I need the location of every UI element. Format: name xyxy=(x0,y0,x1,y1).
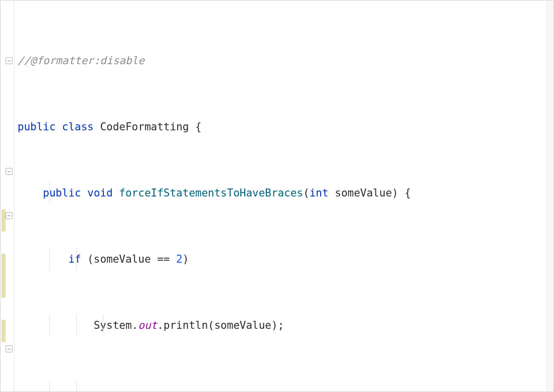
code-line[interactable]: if (someValue == 2) xyxy=(18,248,553,270)
code-text: (someValue == xyxy=(81,253,176,265)
code-content[interactable]: //@formatter:disable public class CodeFo… xyxy=(15,1,553,391)
number-literal: 2 xyxy=(176,253,183,265)
fold-icon[interactable] xyxy=(6,168,13,175)
keyword: public xyxy=(18,121,56,133)
change-marker xyxy=(2,210,6,232)
method-name: forceIfStatementsToHaveBraces xyxy=(119,187,303,199)
change-marker xyxy=(2,254,6,298)
field-ref: out xyxy=(138,319,157,331)
parameter: someValue xyxy=(335,187,392,199)
keyword: void xyxy=(87,187,113,199)
code-editor[interactable]: //@formatter:disable public class CodeFo… xyxy=(1,1,553,391)
fold-icon[interactable] xyxy=(6,212,13,219)
brace: { xyxy=(189,121,201,133)
code-line[interactable] xyxy=(18,380,553,392)
class-name: CodeFormatting xyxy=(100,121,189,133)
comment-text: //@formatter:disable xyxy=(18,55,145,67)
paren: ( xyxy=(303,187,310,199)
fold-icon[interactable] xyxy=(6,345,13,352)
fold-icon[interactable] xyxy=(6,57,13,64)
change-marker xyxy=(2,320,6,342)
keyword: class xyxy=(62,121,94,133)
keyword: if xyxy=(68,253,81,265)
code-line[interactable]: public void forceIfStatementsToHaveBrace… xyxy=(18,182,553,204)
code-line[interactable]: public class CodeFormatting { xyxy=(18,116,553,138)
code-line[interactable]: System.out.println(someValue); xyxy=(18,314,553,336)
keyword: int xyxy=(310,187,329,199)
code-line[interactable]: //@formatter:disable xyxy=(18,50,553,72)
paren: ) { xyxy=(392,187,411,199)
code-text: .println(someValue); xyxy=(157,319,284,331)
keyword: public xyxy=(43,187,81,199)
code-text: System. xyxy=(94,319,138,331)
paren: ) xyxy=(183,253,189,265)
editor-gutter xyxy=(1,1,15,391)
scrollbar[interactable] xyxy=(546,1,553,391)
